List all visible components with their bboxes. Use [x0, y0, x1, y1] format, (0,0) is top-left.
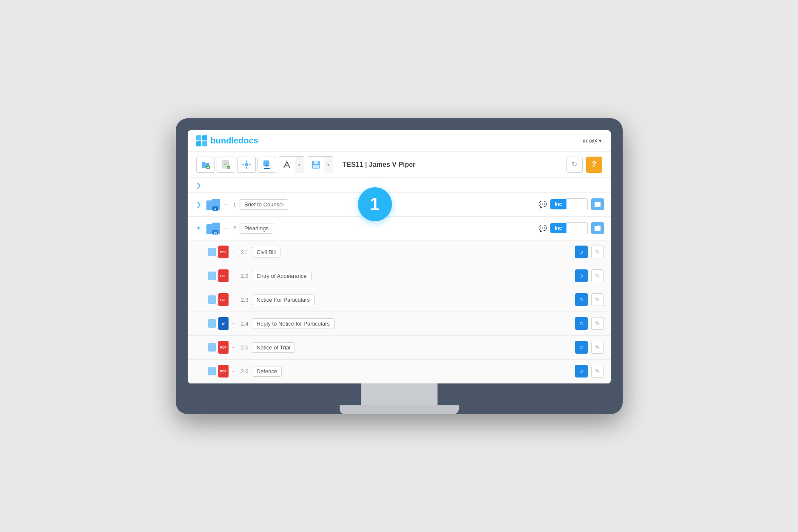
- save-dropdown[interactable]: ▾: [324, 157, 333, 173]
- logo: bundledocs: [196, 135, 258, 146]
- merge-dropdown[interactable]: ▾: [295, 157, 304, 173]
- merge-btn-group: ▾: [278, 156, 304, 173]
- logo-square-2: [202, 135, 207, 140]
- doc-thumb-icon: [208, 319, 216, 328]
- svg-rect-10: [242, 164, 244, 165]
- svg-rect-18: [313, 165, 319, 168]
- add-folder-btn[interactable]: +: [196, 157, 215, 173]
- row-num-1: 1: [233, 201, 236, 208]
- row-num-2-2: 2.2: [241, 273, 249, 279]
- row-actions-2-6: ○ ✎: [575, 365, 604, 378]
- expand-btn-2[interactable]: ▾: [194, 224, 203, 232]
- edit-btn-2-3[interactable]: ✎: [591, 293, 604, 306]
- help-btn[interactable]: ?: [586, 157, 602, 173]
- item-label-2-2[interactable]: Entry of Appearance: [252, 271, 312, 281]
- edit-btn-2-1[interactable]: ✎: [591, 246, 604, 258]
- svg-rect-17: [314, 161, 318, 164]
- table-row: ❯ 2 ··· 1 Brief to Counsel 1 💬 Inc: [188, 193, 611, 217]
- app-header: bundledocs info@ ▾: [188, 130, 611, 152]
- row-actions-2-2: ○ ✎: [575, 269, 604, 282]
- save-btn[interactable]: [307, 157, 324, 173]
- row-actions-2-3: ○ ✎: [575, 293, 604, 306]
- dots-2-3: ···: [232, 297, 236, 302]
- row-num-2-1: 2.1: [241, 249, 249, 255]
- doc-thumb-icon: [208, 272, 216, 280]
- item-label-2-3[interactable]: Notice For Particulars: [252, 295, 315, 305]
- item-label-2-5[interactable]: Notice of Trial: [252, 342, 295, 353]
- row-num-2: 2: [233, 225, 236, 232]
- pdf-icon-2-5: PDF: [218, 341, 229, 354]
- item-label-2-4[interactable]: Reply to Notice for Particulars: [252, 318, 335, 329]
- row-actions-2-5: ○ ✎: [575, 341, 604, 354]
- dots-2-5: ···: [232, 345, 236, 350]
- comment-icon-1[interactable]: 💬: [538, 200, 547, 209]
- table-row: PDF ··· 2.1 Civil Bill ○ ✎: [188, 240, 611, 264]
- row-num-2-6: 2.6: [241, 368, 249, 375]
- edit-btn-2-5[interactable]: ✎: [591, 341, 604, 354]
- dots-2: ···: [224, 226, 228, 231]
- toolbar-right: ↻ ?: [566, 157, 602, 173]
- dots-2-6: ···: [232, 369, 236, 374]
- circle-btn-2-5[interactable]: ○: [575, 341, 588, 354]
- svg-text:16: 16: [214, 231, 217, 234]
- add-doc-btn[interactable]: +: [217, 157, 235, 173]
- inc-btn-1[interactable]: Inc: [550, 199, 566, 209]
- circle-btn-2-3[interactable]: ○: [575, 293, 588, 306]
- logo-text-accent: docs: [238, 136, 258, 145]
- dots-2-1: ···: [232, 249, 236, 255]
- item-label-2[interactable]: Pleadings: [240, 223, 273, 234]
- inc-input-2[interactable]: [566, 222, 588, 234]
- pdf-icon-2-2: PDF: [218, 269, 229, 282]
- content-area: ❯ 2 ··· 1 Brief to Counsel 1 💬 Inc: [188, 193, 611, 383]
- item-label-2-1[interactable]: Civil Bill: [252, 247, 281, 257]
- svg-point-7: [245, 163, 248, 166]
- edit-btn-2-2[interactable]: ✎: [591, 269, 604, 282]
- logo-square-1: [196, 135, 201, 140]
- item-label-2-6[interactable]: Defence: [252, 366, 282, 377]
- logo-square-3: [196, 141, 201, 146]
- folder-icon-2: 16: [206, 222, 221, 235]
- inc-input-1[interactable]: [566, 198, 588, 210]
- tools-btn[interactable]: [237, 157, 256, 173]
- refresh-btn[interactable]: ↻: [566, 157, 583, 173]
- expand-btn-1[interactable]: ❯: [194, 200, 203, 209]
- pdf-icon-2-3: PDF: [218, 293, 229, 306]
- user-menu[interactable]: info@ ▾: [583, 137, 602, 144]
- nav-folder-btn-1[interactable]: [591, 198, 604, 210]
- circle-btn-2-6[interactable]: ○: [575, 365, 588, 378]
- breadcrumb-chevron[interactable]: ❯: [196, 182, 201, 189]
- nav-folder-btn-2[interactable]: [591, 222, 604, 234]
- toolbar: + +: [188, 152, 611, 178]
- circle-btn-2-2[interactable]: ○: [575, 269, 588, 282]
- table-row: PDF ··· 2.3 Notice For Particulars ○ ✎: [188, 288, 611, 312]
- dots-2-4: ···: [232, 321, 236, 326]
- item-label-1[interactable]: Brief to Counsel: [240, 199, 289, 210]
- row-num-2-5: 2.5: [241, 344, 249, 351]
- comment-icon-2[interactable]: 💬: [538, 224, 547, 232]
- monitor: bundledocs info@ ▾ +: [176, 118, 623, 414]
- svg-rect-8: [246, 160, 247, 163]
- table-row: ▾ 16 ··· 2 Pleadings 💬 Inc: [188, 217, 611, 240]
- screen: bundledocs info@ ▾ +: [188, 130, 611, 383]
- inc-btn-2[interactable]: Inc: [550, 223, 566, 233]
- edit-btn-2-6[interactable]: ✎: [591, 365, 604, 378]
- pdf-icon-2-1: PDF: [218, 246, 229, 258]
- circle-btn-2-4[interactable]: ○: [575, 317, 588, 330]
- inc-group-2: Inc: [550, 222, 587, 234]
- row-actions-2: 💬 Inc: [538, 222, 604, 234]
- svg-rect-9: [246, 167, 247, 169]
- logo-text-plain: bundle: [211, 136, 239, 145]
- dots-1: ···: [224, 202, 228, 207]
- breadcrumb: ❯: [188, 178, 611, 193]
- edit-btn-2-4[interactable]: ✎: [591, 317, 604, 330]
- download-btn[interactable]: [257, 157, 276, 173]
- svg-marker-15: [286, 160, 288, 161]
- row-actions-2-1: ○ ✎: [575, 246, 604, 258]
- row-num-2-3: 2.3: [241, 297, 249, 303]
- inc-group-1: Inc: [550, 198, 587, 210]
- table-row: W ··· 2.4 Reply to Notice for Particular…: [188, 312, 611, 336]
- merge-btn[interactable]: [278, 157, 295, 173]
- logo-square-4: [202, 141, 207, 146]
- circle-btn-2-1[interactable]: ○: [575, 246, 588, 258]
- dots-2-2: ···: [232, 273, 236, 278]
